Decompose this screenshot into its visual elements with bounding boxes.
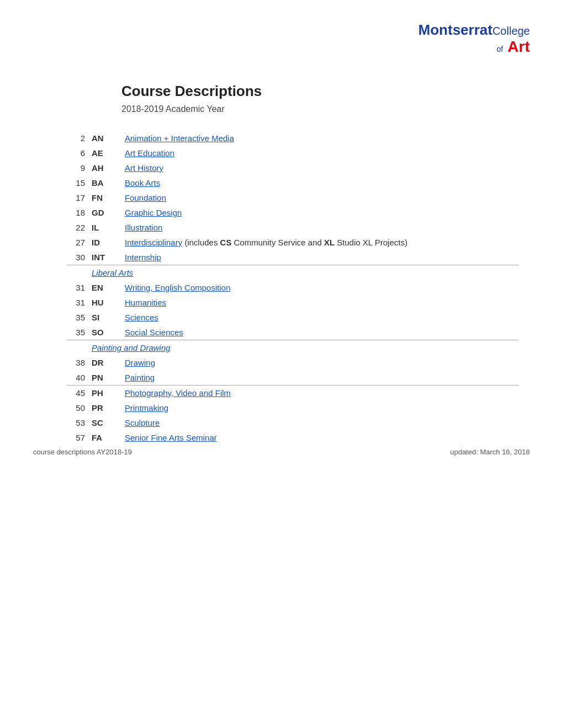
toc-table: 2 AN Animation + Interactive Media 6 AE … xyxy=(66,131,519,445)
page-subtitle: 2018-2019 Academic Year xyxy=(121,104,530,114)
row-num: 15 xyxy=(66,175,88,190)
table-row: 17 FN Foundation xyxy=(66,190,519,205)
row-code: INT xyxy=(88,250,121,265)
row-link-cell: Book Arts xyxy=(121,175,519,190)
row-code: AH xyxy=(88,160,121,175)
drawing-link[interactable]: Drawing xyxy=(125,358,155,367)
graphic-design-link[interactable]: Graphic Design xyxy=(125,208,182,217)
painting-link[interactable]: Painting xyxy=(125,373,155,382)
footer-left: course descriptions AY2018-19 xyxy=(33,448,132,456)
row-num: 50 xyxy=(66,400,88,415)
divider-num xyxy=(66,265,88,281)
row-link-cell: Photography, Video and Film xyxy=(121,386,519,401)
page-title: Course Descriptions xyxy=(121,83,530,100)
row-link-cell: Printmaking xyxy=(121,400,519,415)
row-num: 57 xyxy=(66,430,88,445)
table-row: 2 AN Animation + Interactive Media xyxy=(66,131,519,146)
row-num: 38 xyxy=(66,355,88,370)
row-link-cell: Sculpture xyxy=(121,415,519,430)
row-code: SI xyxy=(88,310,121,325)
row-code: PR xyxy=(88,400,121,415)
book-arts-link[interactable]: Book Arts xyxy=(125,178,160,188)
row-num: 22 xyxy=(66,220,88,235)
page-container: MontserratCollege of Art Course Descript… xyxy=(0,0,563,478)
row-code: EN xyxy=(88,280,121,295)
row-code: SC xyxy=(88,415,121,430)
row-code: DR xyxy=(88,355,121,370)
row-num: 35 xyxy=(66,325,88,340)
humanities-link[interactable]: Humanities xyxy=(125,298,166,307)
divider-row: Liberal Arts xyxy=(66,265,519,281)
table-row: 50 PR Printmaking xyxy=(66,400,519,415)
sciences-link[interactable]: Sciences xyxy=(125,313,158,322)
internship-link[interactable]: Internship xyxy=(125,253,161,262)
row-code: SO xyxy=(88,325,121,340)
row-num: 53 xyxy=(66,415,88,430)
logo-art: Art xyxy=(508,38,530,56)
row-num: 31 xyxy=(66,280,88,295)
row-code: BA xyxy=(88,175,121,190)
foundation-link[interactable]: Foundation xyxy=(125,193,166,202)
row-num: 31 xyxy=(66,295,88,310)
row-link-cell: Writing, English Composition xyxy=(121,280,519,295)
social-sciences-link[interactable]: Social Sciences xyxy=(125,328,183,337)
row-code: PN xyxy=(88,370,121,386)
writing-english-link[interactable]: Writing, English Composition xyxy=(125,283,230,292)
divider-num: 45 xyxy=(66,386,88,401)
row-link-cell: Drawing xyxy=(121,355,519,370)
table-row: 53 SC Sculpture xyxy=(66,415,519,430)
logo-college: College xyxy=(492,25,530,37)
divider-num xyxy=(66,340,88,356)
logo-of: of xyxy=(497,45,503,53)
interdisciplinary-link[interactable]: Interdisciplinary xyxy=(125,238,182,247)
printmaking-link[interactable]: Printmaking xyxy=(125,403,168,413)
table-row: 30 INT Internship xyxy=(66,250,519,265)
animation-link[interactable]: Animation + Interactive Media xyxy=(125,133,234,143)
row-link-cell: Senior Fine Arts Seminar xyxy=(121,430,519,445)
photography-link[interactable]: Photography, Video and Film xyxy=(125,388,231,398)
row-code: PH xyxy=(88,386,121,401)
logo-montserrat: Montserrat xyxy=(418,22,492,38)
row-num: 40 xyxy=(66,370,88,386)
row-link-cell: Graphic Design xyxy=(121,205,519,220)
liberal-arts-header: Liberal Arts xyxy=(92,268,133,277)
table-row: 15 BA Book Arts xyxy=(66,175,519,190)
row-link-cell: Foundation xyxy=(121,190,519,205)
row-code: GD xyxy=(88,205,121,220)
row-link-cell: Humanities xyxy=(121,295,519,310)
sculpture-link[interactable]: Sculpture xyxy=(125,418,160,427)
row-code: FA xyxy=(88,430,121,445)
row-code: IL xyxy=(88,220,121,235)
row-num: 27 xyxy=(66,235,88,250)
row-link-cell: Sciences xyxy=(121,310,519,325)
table-row: 9 AH Art History xyxy=(66,160,519,175)
table-row: 35 SI Sciences xyxy=(66,310,519,325)
painting-drawing-header: Painting and Drawing xyxy=(92,343,171,352)
row-num: 6 xyxy=(66,146,88,160)
interdisciplinary-extra: (includes CS Community Service and XL St… xyxy=(184,238,407,247)
art-education-link[interactable]: Art Education xyxy=(125,148,174,158)
row-code: ID xyxy=(88,235,121,250)
row-link-cell: Social Sciences xyxy=(121,325,519,340)
row-num: 17 xyxy=(66,190,88,205)
table-row: 35 SO Social Sciences xyxy=(66,325,519,340)
row-num: 30 xyxy=(66,250,88,265)
row-link-cell: Art Education xyxy=(121,146,519,160)
table-row: 31 HU Humanities xyxy=(66,295,519,310)
footer: course descriptions AY2018-19 updated: M… xyxy=(33,448,530,456)
row-link-cell: Internship xyxy=(121,250,519,265)
divider-row: 45 PH Photography, Video and Film xyxy=(66,386,519,401)
row-code: AN xyxy=(88,131,121,146)
table-row: 40 PN Painting xyxy=(66,370,519,386)
divider-row: Painting and Drawing xyxy=(66,340,519,356)
row-code: AE xyxy=(88,146,121,160)
table-row: 22 IL Illustration xyxy=(66,220,519,235)
footer-right: updated: March 16, 2018 xyxy=(450,448,530,456)
row-num: 18 xyxy=(66,205,88,220)
illustration-link[interactable]: Illustration xyxy=(125,223,162,232)
art-history-link[interactable]: Art History xyxy=(125,163,163,173)
table-row: 18 GD Graphic Design xyxy=(66,205,519,220)
table-row: 38 DR Drawing xyxy=(66,355,519,370)
senior-fine-arts-link[interactable]: Senior Fine Arts Seminar xyxy=(125,433,217,442)
row-num: 2 xyxy=(66,131,88,146)
